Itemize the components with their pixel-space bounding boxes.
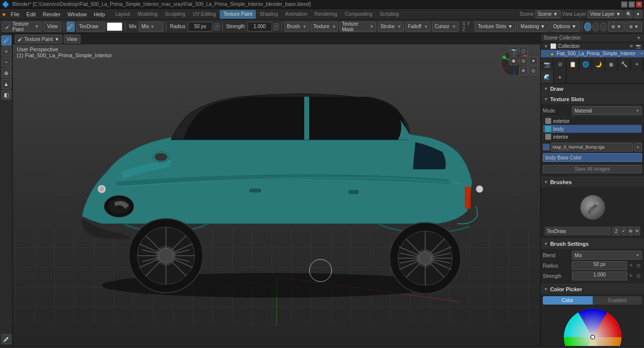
collection-row[interactable]: ▼ ⬜ Collection 👁 📷	[541, 42, 644, 50]
props-icon-object[interactable]: ◼	[605, 58, 618, 71]
color-tab-gradient[interactable]: Gradient	[593, 296, 643, 305]
viewport-view-btn[interactable]: View	[64, 35, 80, 43]
mode-dropdown[interactable]: Material ▼	[572, 106, 642, 115]
tool-smear[interactable]: ~	[1, 57, 11, 67]
strength-copy-btn[interactable]: ⊡	[635, 272, 642, 279]
view-btn[interactable]: View	[43, 22, 61, 32]
options-btn[interactable]: Options ▼	[550, 22, 580, 32]
tool-mask[interactable]: ◧	[1, 90, 11, 100]
tab-animation[interactable]: Animation	[282, 10, 310, 19]
tab-rendering[interactable]: Rendering	[311, 10, 341, 19]
overlay-btn[interactable]: ⊕ ▼	[608, 22, 624, 32]
object-eye-icon[interactable]: 👁	[640, 51, 644, 56]
texture-dropdown[interactable]: Texture ▼	[311, 22, 338, 32]
collection-eye-icon[interactable]: 👁	[629, 44, 634, 49]
texture-slots-header[interactable]: ▼ Texture Slots	[541, 94, 644, 104]
tab-shading[interactable]: Shading	[256, 10, 282, 19]
search-btn[interactable]: 🔍	[625, 10, 633, 18]
tab-uv-editing[interactable]: UV Editing	[189, 10, 219, 19]
falloff-dropdown[interactable]: Falloff ▼	[405, 22, 431, 32]
win-close-btn[interactable]: ✕	[636, 1, 642, 7]
color-swatch[interactable]	[107, 22, 123, 31]
tab-texture-paint[interactable]: Texture Paint	[220, 10, 255, 19]
props-icon-output[interactable]: 🖥	[554, 58, 566, 71]
view-layer-dropdown[interactable]: View Layer ▼	[588, 10, 623, 18]
menu-window[interactable]: Window	[65, 10, 90, 18]
strength-toggle[interactable]: ✓	[274, 23, 280, 30]
mode-selector[interactable]: 🖌️ Texture Paint ▼	[2, 22, 42, 32]
radius-toggle[interactable]: ✓	[214, 23, 220, 30]
radius-copy-btn[interactable]: ⊡	[635, 262, 642, 269]
image-name-field[interactable]: Map_6_Normal_Bump.tga	[551, 143, 633, 152]
win-minimize-btn[interactable]: ─	[621, 1, 627, 7]
menu-render[interactable]: Render	[40, 10, 64, 18]
texture-slot-exterior[interactable]: exterior	[543, 117, 642, 125]
tool-draw[interactable]: 🖊	[1, 36, 11, 45]
shading-solid-btn[interactable]	[584, 22, 591, 31]
tool-draw-icon[interactable]: 🖊	[67, 22, 75, 32]
object-row[interactable]: ▲ Fiat_500_La_Prima_Simple_Interior 👁 📷	[541, 50, 644, 57]
brush-dropdown[interactable]: Brush ▼	[284, 22, 309, 32]
viewport-shade3[interactable]: ●	[529, 56, 538, 65]
image-add-btn[interactable]: +	[634, 143, 642, 152]
gizmo-btn[interactable]: ⊕ ▼	[626, 22, 642, 32]
strength-value-display[interactable]: 1.000	[572, 271, 627, 280]
cursor-dropdown[interactable]: Cursor ▼	[432, 22, 459, 32]
tab-compositing[interactable]: Compositing	[341, 10, 376, 19]
props-icon-physics[interactable]: 🌊	[541, 71, 554, 83]
filter-collections-btn[interactable]: ▼	[637, 36, 641, 40]
viewport-shade2[interactable]: ◎	[519, 56, 528, 65]
texture-slot-body[interactable]: body	[543, 125, 642, 133]
viewport-shade1[interactable]: ◉	[509, 56, 518, 65]
strength-input[interactable]	[247, 22, 272, 32]
shading-render-btn[interactable]	[600, 22, 607, 31]
tool-fill[interactable]: ▲	[1, 79, 11, 89]
texture-slots-btn[interactable]: Texture Slots ▼	[475, 22, 516, 32]
tool-name-field[interactable]: TexDraw	[76, 22, 105, 32]
strength-edit-btn[interactable]: ✎	[628, 272, 635, 279]
scene-dropdown[interactable]: Scene ▼	[535, 10, 561, 18]
3d-viewport[interactable]: 🖌 Texture Paint ▼ View	[13, 34, 540, 346]
props-icon-material[interactable]: ●	[554, 71, 566, 83]
camera-btn[interactable]: 📷	[509, 46, 518, 55]
brush-name-input[interactable]	[545, 227, 611, 235]
draw-section-header[interactable]: ▼ Draw	[541, 84, 644, 94]
layer-name-display[interactable]: body Base Color	[543, 153, 642, 162]
brush-copy-btn[interactable]: ⊕	[628, 227, 633, 235]
collection-camera-icon[interactable]: 📷	[636, 44, 641, 49]
tool-color-picker[interactable]: 💉	[1, 334, 11, 344]
blend-dropdown[interactable]: Mix ▼	[139, 22, 163, 32]
viewport-mode-dropdown[interactable]: 🖌 Texture Paint ▼	[15, 35, 62, 43]
color-wheel-container[interactable]	[563, 308, 622, 346]
color-picker-header[interactable]: ▼ Color Picker	[541, 284, 644, 294]
brush-save-btn[interactable]: ✓	[621, 227, 627, 235]
brushes-section-header[interactable]: ▼ Brushes	[541, 177, 644, 187]
save-all-images-btn[interactable]: Save All Images	[543, 165, 642, 173]
color-tab-color[interactable]: Color	[543, 296, 593, 305]
properties-scroll[interactable]: ▼ Draw ▼ Texture Slots Mode	[541, 84, 644, 346]
props-icon-render[interactable]: 📷	[541, 58, 554, 71]
win-maximize-btn[interactable]: □	[629, 1, 635, 7]
brush-delete-btn[interactable]: ✕	[635, 227, 640, 235]
shading-material-btn[interactable]	[592, 22, 599, 31]
texture-mask-dropdown[interactable]: Texture Mask ▼	[339, 22, 376, 32]
props-icon-particles[interactable]: ✦	[631, 58, 644, 71]
menu-edit[interactable]: Edit	[24, 10, 39, 18]
stroke-dropdown[interactable]: Stroke ▼	[378, 22, 404, 32]
radius-edit-btn[interactable]: ✎	[628, 262, 635, 269]
brush-settings-header[interactable]: ▼ Brush Settings	[541, 239, 644, 249]
texture-slot-interior[interactable]: interior	[543, 133, 642, 141]
tab-modeling[interactable]: Modeling	[134, 10, 161, 19]
tool-clone[interactable]: ⊕	[1, 68, 11, 78]
blend-prop-dropdown[interactable]: Mix ▼	[572, 251, 642, 260]
tool-soften[interactable]: ≈	[1, 46, 11, 56]
radius-value-display[interactable]: 50 px	[572, 261, 627, 270]
radius-input[interactable]	[188, 22, 212, 32]
menu-help[interactable]: Help	[91, 10, 108, 18]
menu-file[interactable]: File	[8, 10, 23, 18]
tab-scripting[interactable]: Scripting	[376, 10, 402, 19]
tab-sculpting[interactable]: Sculpting	[161, 10, 189, 19]
masking-btn[interactable]: Masking ▼	[517, 22, 549, 32]
viewport-gizmo-toggle[interactable]: ◎	[529, 66, 538, 75]
viewport-overlay-toggle[interactable]: ⊕	[519, 66, 528, 75]
